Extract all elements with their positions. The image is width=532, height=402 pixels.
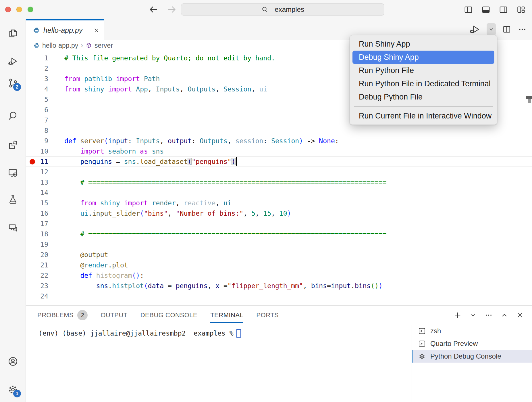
- remote-explorer-icon[interactable]: [7, 167, 18, 178]
- terminal-profile-dropdown-icon[interactable]: [470, 312, 477, 319]
- panel-tab-debug-console[interactable]: DEBUG CONSOLE: [140, 306, 197, 325]
- scrollbar-marker[interactable]: [528, 99, 531, 103]
- line-number[interactable]: 11: [26, 156, 48, 167]
- close-panel-icon[interactable]: [516, 311, 524, 319]
- zoom-window-button[interactable]: [28, 7, 33, 12]
- code-line-16[interactable]: 16 ui.input_slider("bins", "Number of bi…: [26, 208, 532, 219]
- toggle-secondary-sidebar-icon[interactable]: [499, 5, 508, 14]
- line-number[interactable]: 3: [26, 74, 48, 84]
- code-text: ui.input_slider("bins", "Number of bins:…: [64, 208, 291, 219]
- terminal-list-item-python-debug-console[interactable]: Python Debug Console: [412, 350, 532, 363]
- tab-hello-app-py[interactable]: hello-app.py: [26, 19, 104, 40]
- panel-tab-terminal[interactable]: TERMINAL: [210, 306, 243, 325]
- panel-tab-output[interactable]: OUTPUT: [101, 306, 127, 325]
- settings-gear-icon[interactable]: 1: [7, 384, 18, 395]
- line-number[interactable]: 20: [26, 250, 48, 260]
- terminal-output[interactable]: (env) (base) jjallaire@jjallairesmbp2 _e…: [26, 325, 412, 402]
- terminal-list-item-quarto-preview[interactable]: Quarto Preview: [412, 337, 532, 350]
- line-number[interactable]: 9: [26, 136, 48, 146]
- code-line-22[interactable]: 22 def histogram():: [26, 270, 532, 281]
- code-line-14[interactable]: 14: [26, 187, 532, 198]
- line-number[interactable]: 6: [26, 105, 48, 115]
- new-terminal-icon[interactable]: [453, 311, 462, 319]
- panel-tab-label: DEBUG CONSOLE: [140, 311, 197, 319]
- breadcrumb-file[interactable]: hello-app.py: [42, 42, 78, 49]
- line-number[interactable]: 16: [26, 208, 48, 219]
- explorer-icon[interactable]: [7, 28, 18, 39]
- more-actions-icon[interactable]: [518, 25, 527, 34]
- line-number[interactable]: 14: [26, 187, 48, 198]
- terminal-list-item-zsh[interactable]: zsh: [412, 325, 532, 337]
- code-line-11[interactable]: 11 penguins = sns.load_dataset("penguins…: [26, 156, 532, 167]
- line-number[interactable]: 23: [26, 281, 48, 291]
- code-line-13[interactable]: 13 # ===================================…: [26, 177, 532, 187]
- minimize-window-button[interactable]: [16, 7, 22, 12]
- menu-item-run-python-file[interactable]: Run Python File: [352, 64, 494, 77]
- search-text: _examples: [271, 5, 304, 14]
- comments-icon[interactable]: [7, 222, 18, 233]
- menu-item-run-current-file-in-interactive-window[interactable]: Run Current File in Interactive Window: [352, 109, 494, 122]
- tab-close-icon[interactable]: [93, 27, 99, 33]
- back-arrow-icon[interactable]: [148, 4, 159, 15]
- line-number[interactable]: 17: [26, 219, 48, 229]
- forward-arrow-icon[interactable]: [167, 4, 177, 15]
- scrollbar-marker[interactable]: [526, 96, 532, 99]
- python-file-icon: [34, 43, 40, 49]
- testing-icon[interactable]: [7, 194, 18, 205]
- panel-tab-problems[interactable]: PROBLEMS2: [37, 306, 88, 325]
- line-number[interactable]: 19: [26, 239, 48, 250]
- menu-item-run-shiny-app[interactable]: Run Shiny App: [352, 37, 494, 51]
- menu-item-debug-python-file[interactable]: Debug Python File: [352, 90, 494, 104]
- indent-guide: [66, 146, 66, 291]
- panel-more-actions-icon[interactable]: [484, 311, 493, 319]
- line-number[interactable]: 8: [26, 125, 48, 136]
- panel-tab-ports[interactable]: PORTS: [256, 306, 279, 325]
- maximize-panel-icon[interactable]: [501, 311, 508, 319]
- source-control-icon[interactable]: 2: [7, 78, 18, 89]
- tab-label: hello-app.py: [43, 26, 82, 35]
- line-number[interactable]: 13: [26, 177, 48, 187]
- code-line-18[interactable]: 18 # ===================================…: [26, 229, 532, 239]
- line-number[interactable]: 18: [26, 229, 48, 239]
- line-number[interactable]: 10: [26, 146, 48, 156]
- line-number[interactable]: 15: [26, 198, 48, 208]
- code-line-15[interactable]: 15 from shiny import render, reactive, u…: [26, 198, 532, 208]
- code-line-17[interactable]: 17: [26, 219, 532, 229]
- line-number[interactable]: 2: [26, 63, 48, 74]
- code-line-24[interactable]: 24: [26, 291, 532, 301]
- split-editor-icon[interactable]: [502, 25, 511, 34]
- line-number[interactable]: 1: [26, 53, 48, 63]
- menu-item-debug-shiny-app[interactable]: Debug Shiny App: [352, 51, 494, 64]
- code-line-8[interactable]: 8: [26, 125, 532, 136]
- run-options-dropdown-button[interactable]: [487, 23, 496, 35]
- line-number[interactable]: 7: [26, 115, 48, 125]
- breadcrumb-symbol[interactable]: server: [95, 42, 113, 49]
- line-number[interactable]: 22: [26, 270, 48, 281]
- code-line-21[interactable]: 21 @render.plot: [26, 260, 532, 270]
- line-number[interactable]: 4: [26, 84, 48, 94]
- code-line-20[interactable]: 20 @output: [26, 250, 532, 260]
- account-icon[interactable]: [7, 356, 18, 367]
- line-number[interactable]: 12: [26, 167, 48, 177]
- line-number[interactable]: 24: [26, 291, 48, 301]
- customize-layout-icon[interactable]: [516, 5, 526, 14]
- panel-tab-label: PORTS: [256, 311, 279, 319]
- code-line-19[interactable]: 19: [26, 239, 532, 250]
- command-center-search[interactable]: _examples: [181, 3, 384, 16]
- breakpoint-dot[interactable]: [30, 159, 35, 164]
- debug-run-button[interactable]: [469, 24, 480, 35]
- line-number[interactable]: 21: [26, 260, 48, 270]
- menu-item-run-python-file-in-dedicated-terminal[interactable]: Run Python File in Dedicated Terminal: [352, 77, 494, 90]
- search-icon[interactable]: [7, 111, 18, 122]
- terminal-cursor: [236, 329, 241, 338]
- extensions-icon[interactable]: [7, 139, 18, 150]
- close-window-button[interactable]: [5, 7, 11, 12]
- toggle-primary-sidebar-icon[interactable]: [464, 5, 473, 14]
- toggle-panel-icon[interactable]: [481, 5, 491, 14]
- run-debug-icon[interactable]: [7, 56, 18, 67]
- code-line-23[interactable]: 23 sns.histplot(data = penguins, x ="fli…: [26, 281, 532, 291]
- code-line-10[interactable]: 10 import seaborn as sns: [26, 146, 532, 156]
- code-line-12[interactable]: 12: [26, 167, 532, 177]
- line-number[interactable]: 5: [26, 94, 48, 105]
- code-line-9[interactable]: 9def server(input: Inputs, output: Outpu…: [26, 136, 532, 146]
